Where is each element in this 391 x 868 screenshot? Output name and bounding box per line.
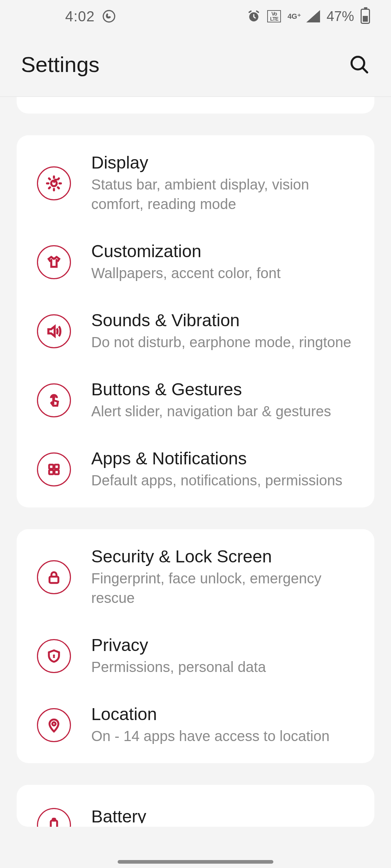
battery-percent: 47%: [327, 9, 354, 24]
search-button[interactable]: [348, 54, 370, 75]
settings-item-customization[interactable]: Customization Wallpapers, accent color, …: [17, 227, 374, 297]
shirt-icon: [37, 245, 71, 279]
settings-item-buttons[interactable]: Buttons & Gestures Alert slider, navigat…: [17, 366, 374, 435]
home-indicator[interactable]: [118, 860, 273, 864]
settings-item-title: Display: [91, 153, 354, 173]
settings-item-security[interactable]: Security & Lock Screen Fingerprint, face…: [17, 533, 374, 621]
whatsapp-icon: [102, 9, 116, 23]
status-bar: 4:02 Vo LTE 4G⁺ 47%: [0, 0, 391, 33]
settings-item-subtitle: Fingerprint, face unlock, emergency resc…: [91, 569, 354, 608]
svg-rect-13: [49, 464, 54, 469]
settings-item-subtitle: Wallpapers, accent color, font: [91, 263, 354, 283]
svg-line-10: [58, 187, 59, 188]
shield-icon: [37, 639, 71, 673]
settings-item-subtitle: Alert slider, navigation bar & gestures: [91, 401, 354, 421]
settings-item-title: Location: [91, 704, 354, 724]
brightness-icon: [37, 166, 71, 200]
svg-rect-17: [50, 576, 59, 583]
settings-item-title: Battery: [91, 807, 354, 823]
settings-item-subtitle: On - 14 apps have access to location: [91, 726, 354, 746]
tap-icon: [37, 383, 71, 417]
settings-item-apps[interactable]: Apps & Notifications Default apps, notif…: [17, 435, 374, 504]
pin-icon: [37, 708, 71, 742]
settings-item-privacy[interactable]: Privacy Permissions, personal data: [17, 621, 374, 690]
settings-item-subtitle: Permissions, personal data: [91, 657, 354, 677]
svg-line-9: [49, 178, 50, 179]
settings-item-title: Security & Lock Screen: [91, 546, 354, 566]
svg-point-18: [53, 654, 55, 656]
settings-item-title: Apps & Notifications: [91, 448, 354, 468]
svg-point-20: [52, 722, 55, 725]
svg-point-0: [103, 10, 115, 22]
battery-setting-icon: [37, 808, 71, 827]
status-bar-left: 4:02: [65, 8, 116, 25]
page-title: Settings: [21, 52, 100, 77]
status-time: 4:02: [65, 8, 95, 25]
settings-item-location[interactable]: Location On - 14 apps have access to loc…: [17, 690, 374, 760]
settings-scroll[interactable]: Display Status bar, ambient display, vis…: [0, 97, 391, 827]
svg-rect-22: [53, 819, 55, 821]
svg-line-3: [363, 68, 367, 72]
alarm-icon: [247, 9, 261, 23]
app-header: Settings: [0, 33, 391, 96]
settings-item-title: Privacy: [91, 635, 354, 655]
settings-item-display[interactable]: Display Status bar, ambient display, vis…: [17, 139, 374, 227]
lock-icon: [37, 560, 71, 594]
apps-icon: [37, 452, 71, 486]
svg-rect-15: [49, 470, 54, 474]
svg-rect-16: [55, 470, 59, 474]
svg-line-12: [58, 178, 59, 179]
settings-item-title: Sounds & Vibration: [91, 310, 354, 330]
network-type: 4G⁺: [287, 13, 301, 20]
signal-icon: [306, 10, 320, 22]
settings-item-subtitle: Status bar, ambient display, vision comf…: [91, 175, 354, 214]
settings-group-2: Security & Lock Screen Fingerprint, face…: [17, 529, 374, 763]
settings-group-1: Display Status bar, ambient display, vis…: [17, 135, 374, 507]
search-icon: [349, 54, 369, 75]
settings-item-subtitle: Do not disturb, earphone mode, ringtone: [91, 332, 354, 352]
speaker-icon: [37, 314, 71, 348]
settings-item-subtitle: Default apps, notifications, permissions: [91, 471, 354, 490]
settings-item-title: Buttons & Gestures: [91, 379, 354, 399]
settings-item-title: Customization: [91, 241, 354, 261]
card-partial-top: [17, 97, 374, 114]
volte-icon: Vo LTE: [267, 10, 281, 22]
svg-rect-14: [55, 464, 59, 469]
settings-item-sounds[interactable]: Sounds & Vibration Do not disturb, earph…: [17, 297, 374, 366]
settings-item-battery[interactable]: Battery: [17, 788, 374, 827]
battery-icon: [361, 9, 370, 24]
svg-line-11: [49, 187, 50, 188]
status-bar-right: Vo LTE 4G⁺ 47%: [247, 9, 370, 24]
settings-group-3: Battery: [17, 785, 374, 827]
